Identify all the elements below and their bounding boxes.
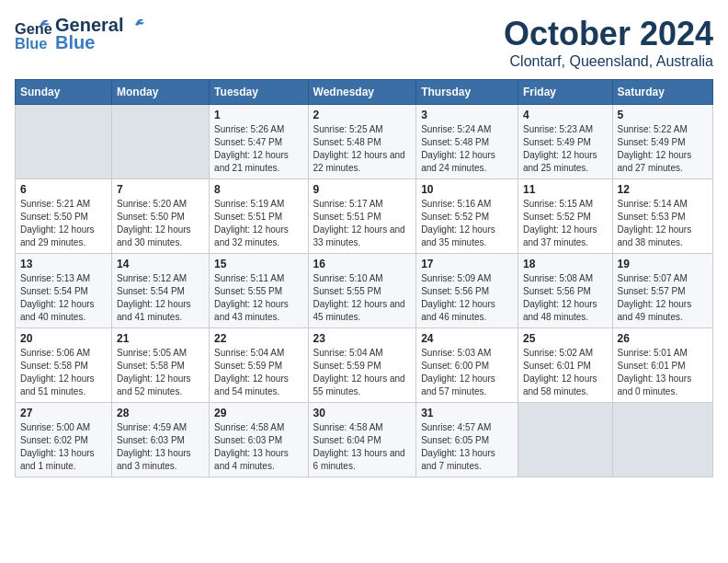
day-detail: Sunrise: 5:09 AMSunset: 5:56 PMDaylight:…	[421, 272, 513, 324]
day-detail: Sunrise: 4:58 AMSunset: 6:04 PMDaylight:…	[313, 421, 412, 473]
calendar-day-cell: 12Sunrise: 5:14 AMSunset: 5:53 PMDayligh…	[612, 179, 712, 254]
day-detail: Sunrise: 5:24 AMSunset: 5:48 PMDaylight:…	[421, 123, 513, 175]
calendar-day-cell: 30Sunrise: 4:58 AMSunset: 6:04 PMDayligh…	[308, 403, 416, 477]
day-of-week-header: Friday	[518, 80, 612, 105]
page-header: General Blue General Blue October 2024 C…	[15, 15, 713, 70]
day-of-week-header: Monday	[112, 80, 210, 105]
day-number: 9	[313, 183, 412, 196]
day-number: 23	[313, 332, 412, 345]
calendar-day-cell: 9Sunrise: 5:17 AMSunset: 5:51 PMDaylight…	[308, 179, 416, 254]
day-detail: Sunrise: 5:15 AMSunset: 5:52 PMDaylight:…	[523, 198, 608, 249]
day-number: 4	[523, 109, 608, 121]
calendar-header-row: SundayMondayTuesdayWednesdayThursdayFrid…	[16, 80, 713, 105]
calendar-day-cell: 10Sunrise: 5:16 AMSunset: 5:52 PMDayligh…	[416, 179, 518, 254]
calendar-day-cell: 2Sunrise: 5:25 AMSunset: 5:48 PMDaylight…	[308, 105, 416, 179]
day-detail: Sunrise: 5:11 AMSunset: 5:55 PMDaylight:…	[214, 272, 302, 324]
calendar-day-cell	[16, 105, 112, 179]
day-detail: Sunrise: 4:58 AMSunset: 6:03 PMDaylight:…	[214, 421, 302, 473]
day-number: 2	[313, 109, 412, 121]
title-block: October 2024 Clontarf, Queensland, Austr…	[504, 15, 713, 70]
day-detail: Sunrise: 5:16 AMSunset: 5:52 PMDaylight:…	[421, 198, 513, 249]
day-number: 21	[117, 332, 204, 345]
day-detail: Sunrise: 5:20 AMSunset: 5:50 PMDaylight:…	[117, 198, 204, 249]
day-number: 6	[20, 183, 107, 196]
day-detail: Sunrise: 5:26 AMSunset: 5:47 PMDaylight:…	[214, 123, 302, 175]
calendar-day-cell: 27Sunrise: 5:00 AMSunset: 6:02 PMDayligh…	[16, 403, 112, 477]
calendar-day-cell: 22Sunrise: 5:04 AMSunset: 5:59 PMDayligh…	[210, 328, 308, 403]
day-detail: Sunrise: 5:03 AMSunset: 6:00 PMDaylight:…	[421, 347, 513, 398]
day-number: 17	[421, 258, 513, 270]
day-detail: Sunrise: 5:04 AMSunset: 5:59 PMDaylight:…	[313, 347, 412, 398]
day-number: 3	[421, 109, 513, 121]
calendar-day-cell: 8Sunrise: 5:19 AMSunset: 5:51 PMDaylight…	[210, 179, 308, 254]
day-detail: Sunrise: 5:19 AMSunset: 5:51 PMDaylight:…	[214, 198, 302, 249]
day-detail: Sunrise: 5:01 AMSunset: 6:01 PMDaylight:…	[618, 347, 708, 398]
page-subtitle: Clontarf, Queensland, Australia	[504, 53, 713, 70]
calendar-day-cell: 7Sunrise: 5:20 AMSunset: 5:50 PMDaylight…	[112, 179, 210, 254]
calendar-day-cell: 1Sunrise: 5:26 AMSunset: 5:47 PMDaylight…	[210, 105, 308, 179]
day-detail: Sunrise: 5:02 AMSunset: 6:01 PMDaylight:…	[523, 347, 608, 398]
calendar-day-cell: 16Sunrise: 5:10 AMSunset: 5:55 PMDayligh…	[308, 254, 416, 328]
day-number: 1	[214, 109, 302, 121]
day-number: 29	[214, 407, 302, 419]
calendar-week-row: 6Sunrise: 5:21 AMSunset: 5:50 PMDaylight…	[16, 179, 713, 254]
day-detail: Sunrise: 5:07 AMSunset: 5:57 PMDaylight:…	[618, 272, 708, 324]
day-detail: Sunrise: 5:12 AMSunset: 5:54 PMDaylight:…	[117, 272, 204, 324]
calendar-day-cell: 5Sunrise: 5:22 AMSunset: 5:49 PMDaylight…	[612, 105, 712, 179]
day-detail: Sunrise: 5:08 AMSunset: 5:56 PMDaylight:…	[523, 272, 608, 324]
page-title: October 2024	[504, 15, 713, 53]
calendar-week-row: 1Sunrise: 5:26 AMSunset: 5:47 PMDaylight…	[16, 105, 713, 179]
day-number: 8	[214, 183, 302, 196]
calendar-day-cell: 23Sunrise: 5:04 AMSunset: 5:59 PMDayligh…	[308, 328, 416, 403]
calendar-day-cell: 14Sunrise: 5:12 AMSunset: 5:54 PMDayligh…	[112, 254, 210, 328]
day-detail: Sunrise: 5:21 AMSunset: 5:50 PMDaylight:…	[20, 198, 107, 249]
calendar-day-cell: 25Sunrise: 5:02 AMSunset: 6:01 PMDayligh…	[518, 328, 612, 403]
calendar-day-cell: 3Sunrise: 5:24 AMSunset: 5:48 PMDaylight…	[416, 105, 518, 179]
day-detail: Sunrise: 4:57 AMSunset: 6:05 PMDaylight:…	[421, 421, 513, 473]
svg-text:Blue: Blue	[15, 35, 47, 52]
calendar-day-cell: 28Sunrise: 4:59 AMSunset: 6:03 PMDayligh…	[112, 403, 210, 477]
day-detail: Sunrise: 4:59 AMSunset: 6:03 PMDaylight:…	[117, 421, 204, 473]
svg-text:General: General	[15, 20, 51, 37]
day-number: 25	[523, 332, 608, 345]
day-number: 7	[117, 183, 204, 196]
day-number: 16	[313, 258, 412, 270]
day-number: 31	[421, 407, 513, 419]
day-detail: Sunrise: 5:05 AMSunset: 5:58 PMDaylight:…	[117, 347, 204, 398]
calendar-week-row: 13Sunrise: 5:13 AMSunset: 5:54 PMDayligh…	[16, 254, 713, 328]
calendar-table: SundayMondayTuesdayWednesdayThursdayFrid…	[15, 79, 713, 477]
day-number: 30	[313, 407, 412, 419]
calendar-day-cell: 19Sunrise: 5:07 AMSunset: 5:57 PMDayligh…	[612, 254, 712, 328]
calendar-day-cell: 11Sunrise: 5:15 AMSunset: 5:52 PMDayligh…	[518, 179, 612, 254]
day-number: 12	[618, 183, 708, 196]
day-of-week-header: Wednesday	[308, 80, 416, 105]
logo-blue-text: Blue	[55, 32, 145, 53]
day-of-week-header: Thursday	[416, 80, 518, 105]
calendar-day-cell: 26Sunrise: 5:01 AMSunset: 6:01 PMDayligh…	[612, 328, 712, 403]
day-number: 14	[117, 258, 204, 270]
calendar-day-cell: 17Sunrise: 5:09 AMSunset: 5:56 PMDayligh…	[416, 254, 518, 328]
day-number: 10	[421, 183, 513, 196]
calendar-day-cell: 29Sunrise: 4:58 AMSunset: 6:03 PMDayligh…	[210, 403, 308, 477]
calendar-week-row: 27Sunrise: 5:00 AMSunset: 6:02 PMDayligh…	[16, 403, 713, 477]
logo-bird-icon	[125, 18, 145, 33]
day-of-week-header: Tuesday	[210, 80, 308, 105]
day-detail: Sunrise: 5:10 AMSunset: 5:55 PMDaylight:…	[313, 272, 412, 324]
day-number: 11	[523, 183, 608, 196]
day-detail: Sunrise: 5:14 AMSunset: 5:53 PMDaylight:…	[618, 198, 708, 249]
day-of-week-header: Sunday	[16, 80, 112, 105]
day-number: 22	[214, 332, 302, 345]
calendar-day-cell: 15Sunrise: 5:11 AMSunset: 5:55 PMDayligh…	[210, 254, 308, 328]
day-detail: Sunrise: 5:00 AMSunset: 6:02 PMDaylight:…	[20, 421, 107, 473]
calendar-day-cell	[518, 403, 612, 477]
calendar-day-cell	[112, 105, 210, 179]
calendar-day-cell	[612, 403, 712, 477]
day-number: 28	[117, 407, 204, 419]
day-number: 5	[618, 109, 708, 121]
logo-icon: General Blue	[15, 16, 51, 52]
day-detail: Sunrise: 5:04 AMSunset: 5:59 PMDaylight:…	[214, 347, 302, 398]
day-number: 27	[20, 407, 107, 419]
day-detail: Sunrise: 5:23 AMSunset: 5:49 PMDaylight:…	[523, 123, 608, 175]
day-detail: Sunrise: 5:13 AMSunset: 5:54 PMDaylight:…	[20, 272, 107, 324]
calendar-day-cell: 4Sunrise: 5:23 AMSunset: 5:49 PMDaylight…	[518, 105, 612, 179]
